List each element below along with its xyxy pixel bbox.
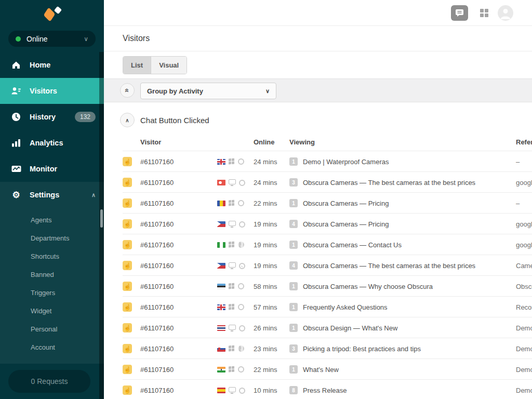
settings-submenu-departments[interactable]: Departments <box>0 229 104 247</box>
online-duration: 24 mins <box>254 158 277 166</box>
visitor-row[interactable]: ☝#6110716057 mins1Frequently Asked Quest… <box>104 297 532 317</box>
history-clock-icon <box>11 112 21 122</box>
gear-glyph: ⚙ <box>12 191 20 200</box>
sidebar-item-home[interactable]: Home <box>0 52 104 78</box>
referrer-value: google <box>516 241 532 249</box>
online-duration: 24 mins <box>254 179 277 187</box>
sidebar-item-analytics[interactable]: Analytics <box>0 130 104 156</box>
chat-button-clicked-icon: ☝ <box>123 240 132 249</box>
referrer-value: Obscura <box>516 283 532 290</box>
sidebar-item-history[interactable]: History132 <box>0 104 104 130</box>
chat-bubble-icon[interactable] <box>451 5 468 21</box>
sidebar-item-monitor[interactable]: Monitor <box>0 156 104 182</box>
visitor-row[interactable]: ☝#6110716019 mins1Obscura Cameras — Cont… <box>104 234 532 255</box>
visitor-meta-icons <box>217 283 244 289</box>
visitor-meta-icons <box>217 262 245 269</box>
visitor-row[interactable]: ☝#6110716024 mins3Obscura Cameras — The … <box>104 172 532 193</box>
chat-button-clicked-icon: ☝ <box>123 365 132 374</box>
visitor-meta-icons <box>217 242 244 248</box>
referrer-value: Recomm <box>516 303 532 311</box>
browser-icon <box>239 388 245 394</box>
visitor-row[interactable]: ☝#6110716026 mins1Obscura Design — What'… <box>104 317 532 338</box>
settings-submenu-personal[interactable]: Personal <box>0 320 104 338</box>
viewing-page-title: Frequently Asked Questions <box>303 303 388 311</box>
sidebar-item-settings[interactable]: ⚙Settings∧ <box>0 182 104 208</box>
visitor-meta-icons <box>217 304 244 310</box>
referrer-value: Demo <box>516 366 532 374</box>
visitor-row[interactable]: ☝#6110716023 mins3Picking a tripod: Best… <box>104 338 532 359</box>
browser-icon <box>238 283 244 289</box>
column-header-viewing: Viewing <box>289 138 315 146</box>
view-toggle-visual[interactable]: Visual <box>151 57 187 74</box>
browser-icon <box>238 242 244 248</box>
visitor-row[interactable]: ☝#6110716010 mins8Press ReleaseDemo <box>104 380 532 399</box>
sidebar-item-label: Monitor <box>30 165 57 173</box>
online-duration: 22 mins <box>254 200 277 207</box>
pageviews-badge: 4 <box>289 261 298 270</box>
flag-uk-icon <box>217 304 225 310</box>
visitor-row[interactable]: ☝#6110716019 mins4Obscura Cameras — Pric… <box>104 214 532 234</box>
settings-submenu-shortcuts[interactable]: Shortcuts <box>0 247 104 265</box>
status-dropdown[interactable]: Online ∨ <box>8 31 96 47</box>
group-by-select[interactable]: Group by Activity ∨ <box>140 83 276 99</box>
visitor-row[interactable]: ☝#6110716022 mins1Obscura Cameras — Pric… <box>104 193 532 214</box>
visitor-meta-icons <box>217 221 245 228</box>
visitor-id: #61107160 <box>140 283 174 290</box>
collapse-all-button[interactable]: « <box>120 83 135 98</box>
sidebar-item-visitors[interactable]: Visitors <box>0 78 104 104</box>
visitor-row[interactable]: ☝#6110716022 mins1What's NewDemo <box>104 359 532 380</box>
desktop-os-icon <box>229 387 236 392</box>
requests-button[interactable]: 0 Requests <box>8 370 90 393</box>
viewing-page-title: Obscura Cameras — The best cameras at th… <box>303 179 475 187</box>
sidebar-scrollbar-thumb[interactable] <box>100 209 103 228</box>
visitor-row[interactable]: ☝#6110716024 mins1Demo | Waterproof Came… <box>104 151 532 172</box>
settings-submenu-banned[interactable]: Banned <box>0 265 104 284</box>
referrer-value: Demo <box>516 324 532 332</box>
settings-submenu-widget[interactable]: Widget <box>0 302 104 320</box>
visitor-id: #61107160 <box>140 179 174 187</box>
logo-diamond-white-icon <box>54 6 62 14</box>
visitor-id: #61107160 <box>140 241 174 249</box>
group-by-selected-value: Group by Activity <box>147 87 203 95</box>
referrer-value: Camera <box>516 262 532 270</box>
chevron-up-icon: ∧ <box>91 192 96 198</box>
visitor-id: #61107160 <box>140 200 174 207</box>
analytics-bars-icon <box>11 138 21 148</box>
browser-icon <box>239 180 245 186</box>
pageviews-badge: 1 <box>289 303 298 311</box>
online-duration: 57 mins <box>254 303 277 311</box>
viewing-page-title: Obscura Design — What's New <box>303 324 397 332</box>
logo-diamond-orange-icon <box>44 7 56 22</box>
browser-icon <box>238 345 244 352</box>
chat-button-clicked-icon: ☝ <box>123 344 132 353</box>
sidebar-item-label: Analytics <box>30 139 63 147</box>
pageviews-badge: 1 <box>289 199 298 207</box>
apps-grid-icon[interactable] <box>480 9 488 17</box>
visitor-id: #61107160 <box>140 366 174 374</box>
main-panel: Visitors ListVisual « Group by Activity … <box>104 0 532 399</box>
chat-button-clicked-icon: ☝ <box>123 323 132 332</box>
table-header: VisitorOnlineViewingReferrer <box>104 131 532 151</box>
pageviews-badge: 8 <box>289 386 298 394</box>
visitor-meta-icons <box>217 158 244 165</box>
history-count-badge: 132 <box>75 112 96 122</box>
visitors-content: ∧ Chat Button Clicked VisitorOnlineViewi… <box>104 109 532 399</box>
collapse-group-button[interactable]: ∧ <box>120 113 135 127</box>
chevron-up-icon: ∧ <box>125 117 129 123</box>
visitor-row[interactable]: ☝#6110716019 mins4Obscura Cameras — The … <box>104 255 532 276</box>
settings-submenu-account[interactable]: Account <box>0 338 104 356</box>
windows-os-icon <box>229 200 235 207</box>
settings-submenu-triggers[interactable]: Triggers <box>0 284 104 302</box>
avatar-icon[interactable] <box>498 5 513 21</box>
online-duration: 19 mins <box>254 241 277 249</box>
browser-icon <box>239 263 245 269</box>
visitor-id: #61107160 <box>140 345 174 353</box>
settings-submenu-agents[interactable]: Agents <box>0 211 104 229</box>
view-toggle-list[interactable]: List <box>123 57 151 74</box>
desktop-os-icon <box>229 179 236 184</box>
topbar <box>104 0 532 26</box>
visitor-row[interactable]: ☝#6110716058 mins1Obscura Cameras — Why … <box>104 276 532 297</box>
list-visual-toggle: ListVisual <box>123 56 187 74</box>
referrer-value: google <box>516 179 532 187</box>
visitor-meta-icons <box>217 179 245 186</box>
